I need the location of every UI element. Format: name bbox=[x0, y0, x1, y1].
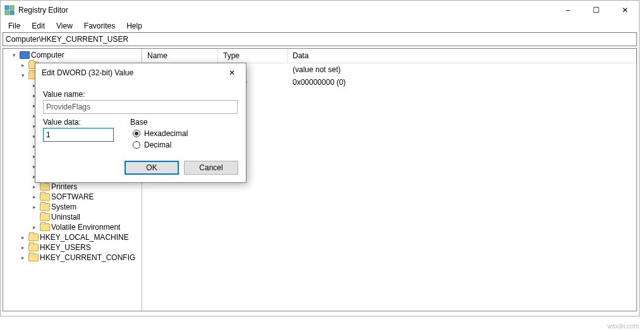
edit-dword-dialog: Edit DWORD (32-bit) Value ✕ Value name: … bbox=[35, 63, 246, 183]
menu-edit[interactable]: Edit bbox=[27, 20, 50, 32]
watermark: wsxdn.com bbox=[607, 323, 639, 330]
expand-icon[interactable]: ▸ bbox=[18, 61, 27, 70]
folder-icon bbox=[40, 203, 50, 211]
expand-icon[interactable]: ▸ bbox=[30, 203, 39, 211]
expand-icon[interactable]: ▸ bbox=[18, 233, 27, 242]
window-title: Registry Editor bbox=[18, 6, 68, 15]
svg-rect-1 bbox=[10, 6, 14, 9]
collapse-icon[interactable]: ▾ bbox=[9, 51, 18, 59]
close-button[interactable]: ✕ bbox=[611, 1, 639, 20]
tree-item-volatile[interactable]: ▸Volatile Environment bbox=[4, 222, 142, 232]
menu-help[interactable]: Help bbox=[121, 20, 147, 32]
base-label: Base bbox=[130, 118, 188, 127]
ok-button[interactable]: OK bbox=[125, 161, 179, 175]
expand-icon[interactable]: ▸ bbox=[30, 192, 39, 201]
menubar: File Edit View Favorites Help bbox=[1, 20, 639, 32]
radio-dec[interactable]: Decimal bbox=[133, 141, 188, 149]
expand-icon[interactable]: ▸ bbox=[30, 182, 39, 191]
value-name-label: Value name: bbox=[43, 90, 238, 99]
menu-view[interactable]: View bbox=[51, 20, 78, 32]
expand-icon[interactable]: ▸ bbox=[30, 223, 39, 232]
expand-icon[interactable]: ▸ bbox=[18, 253, 27, 262]
folder-icon bbox=[28, 244, 39, 251]
tree-hive-hku[interactable]: ▸HKEY_USERS bbox=[4, 242, 142, 253]
tree-item-system[interactable]: ▸System bbox=[4, 202, 142, 212]
radio-icon bbox=[133, 141, 140, 149]
computer-icon bbox=[20, 51, 30, 59]
folder-icon bbox=[28, 234, 39, 241]
tree-label: Computer bbox=[31, 51, 64, 59]
tree-item-uninstall[interactable]: Uninstall bbox=[4, 212, 142, 222]
folder-icon bbox=[28, 254, 39, 261]
svg-rect-0 bbox=[5, 6, 9, 9]
titlebar[interactable]: Registry Editor – ☐ ✕ bbox=[1, 1, 639, 20]
expand-icon[interactable]: ▸ bbox=[18, 243, 27, 252]
col-header-name[interactable]: Name bbox=[142, 49, 218, 63]
folder-icon bbox=[40, 193, 50, 201]
menu-favorites[interactable]: Favorites bbox=[79, 20, 120, 32]
collapse-icon[interactable]: ▾ bbox=[18, 71, 27, 80]
tree-item-software[interactable]: ▸SOFTWARE bbox=[4, 192, 142, 202]
folder-icon bbox=[40, 213, 50, 221]
folder-icon bbox=[40, 183, 50, 190]
value-data-label: Value data: bbox=[43, 118, 114, 127]
svg-rect-2 bbox=[5, 11, 9, 15]
menu-file[interactable]: File bbox=[3, 20, 25, 32]
value-name-field[interactable]: ProvideFlags bbox=[43, 100, 238, 114]
value-data-input[interactable] bbox=[43, 128, 114, 142]
address-text: Computer\HKEY_CURRENT_USER bbox=[6, 35, 128, 44]
cancel-button[interactable]: Cancel bbox=[184, 161, 238, 175]
tree-hive-hklm[interactable]: ▸HKEY_LOCAL_MACHINE bbox=[4, 232, 142, 242]
tree-hive-hkcc[interactable]: ▸HKEY_CURRENT_CONFIG bbox=[4, 253, 142, 263]
registry-app-icon bbox=[4, 5, 15, 15]
radio-icon bbox=[133, 130, 140, 137]
col-header-data[interactable]: Data bbox=[288, 49, 636, 63]
dialog-title: Edit DWORD (32-bit) Value bbox=[42, 68, 133, 77]
maximize-button[interactable]: ☐ bbox=[582, 1, 611, 20]
svg-rect-3 bbox=[10, 11, 14, 15]
dialog-close-button[interactable]: ✕ bbox=[219, 64, 245, 82]
col-header-type[interactable]: Type bbox=[218, 49, 288, 63]
dialog-titlebar[interactable]: Edit DWORD (32-bit) Value ✕ bbox=[35, 63, 246, 82]
tree-root[interactable]: ▾ Computer bbox=[4, 50, 142, 60]
minimize-button[interactable]: – bbox=[554, 1, 582, 20]
folder-icon bbox=[40, 223, 50, 231]
address-bar[interactable]: Computer\HKEY_CURRENT_USER bbox=[3, 32, 637, 46]
column-headers: Name Type Data bbox=[142, 49, 636, 63]
tree-item-printers[interactable]: ▸Printers bbox=[4, 182, 142, 192]
radio-hex[interactable]: Hexadecimal bbox=[133, 129, 188, 138]
